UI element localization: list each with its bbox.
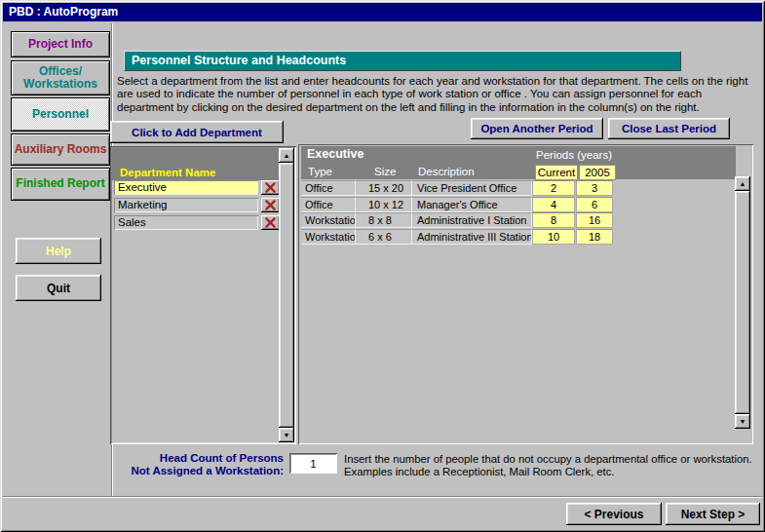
scroll-up-button[interactable]: ▲ [735,176,750,191]
table-header-block: Executive Periods (years) Type Size Desc… [301,146,736,179]
cell-description: Administrative I Station [412,212,532,228]
scroll-down-button[interactable]: ▼ [735,414,750,429]
delete-department-button[interactable] [261,198,280,212]
open-another-period-button[interactable]: Open Another Period [471,118,603,139]
next-step-button[interactable]: Next Step > [666,503,760,525]
cell-type: Workstation [301,229,356,245]
cell-current-headcount[interactable]: 10 [532,229,575,245]
cell-type: Office [301,180,356,196]
column-header-2005: 2005 [579,165,616,180]
cell-2005-headcount[interactable]: 18 [576,229,613,245]
department-list-scrollbar[interactable]: ▲ ▼ [279,148,294,442]
cell-2005-headcount[interactable]: 6 [576,197,613,212]
table-row: Office 10 x 12 Manager's Office 4 6 [298,197,736,213]
delete-department-button[interactable] [261,180,280,195]
sidebar-item-label: Auxiliary Rooms [15,143,107,156]
column-header-current: Current [535,165,578,180]
app-window: PBD : AutoProgram Project Info Offices/ … [0,0,765,532]
sidebar-item-auxiliary-rooms[interactable]: Auxiliary Rooms [11,133,110,166]
scroll-down-button[interactable]: ▼ [279,428,294,442]
add-department-button[interactable]: Click to Add Department [110,121,284,143]
scrollbar-track[interactable] [735,191,750,414]
column-header-size: Size [374,166,396,177]
close-last-period-button[interactable]: Close Last Period [608,118,730,139]
cell-current-headcount[interactable]: 8 [532,212,575,228]
selected-department-title: Executive [307,147,363,161]
delete-department-button[interactable] [261,215,280,230]
sidebar-item-project-info[interactable]: Project Info [11,31,110,57]
headcount-label-line2: Not Assigned a Workstation: [112,465,284,477]
scrollbar-track[interactable] [279,163,294,428]
column-header-description: Description [418,166,475,177]
department-row-marketing[interactable]: Marketing [114,198,258,212]
cell-description: Manager's Office [412,197,532,212]
cell-description: Administrative III Station [412,229,532,245]
column-header-type: Type [308,166,332,177]
department-row-executive[interactable]: Executive [114,180,258,195]
window-title: PBD : AutoProgram [9,5,118,19]
department-list-panel: Department Name Executive Marketing Sale… [110,146,296,444]
title-bar: PBD : AutoProgram [3,3,762,21]
department-list-header: Department Name [112,148,279,180]
sidebar-item-label: Personnel [32,108,89,121]
x-mark-icon [265,200,276,210]
cell-current-headcount[interactable]: 2 [532,180,575,196]
triangle-down-icon: ▼ [740,418,746,425]
scrollbar-thumb[interactable] [279,163,294,428]
sidebar-item-label: Project Info [28,38,93,51]
scroll-up-button[interactable]: ▲ [279,148,294,163]
help-button[interactable]: Help [16,238,101,264]
department-name-header: Department Name [120,167,215,178]
headcount-label-line1: Head Count of Persons [112,452,284,465]
periods-header: Periods (years) [525,149,623,161]
sidebar-item-finished-report[interactable]: Finished Report [11,168,110,201]
cell-2005-headcount[interactable]: 16 [576,212,613,228]
table-row: Workstation 8 x 8 Administrative I Stati… [298,212,736,229]
triangle-down-icon: ▼ [284,432,290,438]
triangle-up-icon: ▲ [284,152,290,159]
cell-size: 15 x 20 [356,180,412,196]
cell-size: 8 x 8 [356,212,412,228]
table-scrollbar[interactable]: ▲ ▼ [735,176,750,429]
sidebar-item-label: Finished Report [16,177,104,190]
sidebar-item-label: Offices/ Workstations [12,65,109,92]
cell-type: Workstation [301,212,356,228]
cell-2005-headcount[interactable]: 3 [576,180,613,196]
triangle-up-icon: ▲ [740,180,746,187]
cell-type: Office [301,197,356,212]
sidebar-item-offices-workstations[interactable]: Offices/ Workstations [11,60,110,95]
instructions-text: Select a department from the list and en… [117,75,756,114]
sidebar-item-personnel[interactable]: Personnel [11,97,110,132]
cell-size: 6 x 6 [356,229,412,245]
department-row-sales[interactable]: Sales [114,215,258,230]
x-mark-icon [265,182,276,193]
previous-button[interactable]: < Previous [566,503,662,525]
table-row: Office 15 x 20 Vice President Office 2 3 [298,180,736,197]
table-row: Workstation 6 x 6 Administrative III Sta… [298,229,736,246]
page-title: Personnel Structure and Headcounts [124,51,681,71]
scrollbar-thumb[interactable] [735,191,750,414]
cell-size: 10 x 12 [356,197,412,212]
footer-divider [3,496,762,498]
headcount-label: Head Count of Persons Not Assigned a Wor… [112,452,284,476]
quit-button[interactable]: Quit [16,275,101,301]
cell-description: Vice President Office [412,180,532,196]
x-mark-icon [265,217,276,228]
cell-current-headcount[interactable]: 4 [532,197,575,212]
headcount-hint: Insert the number of people that do not … [344,453,753,478]
headcount-table-panel: Executive Periods (years) Type Size Desc… [298,144,753,444]
headcount-input[interactable] [289,453,337,474]
